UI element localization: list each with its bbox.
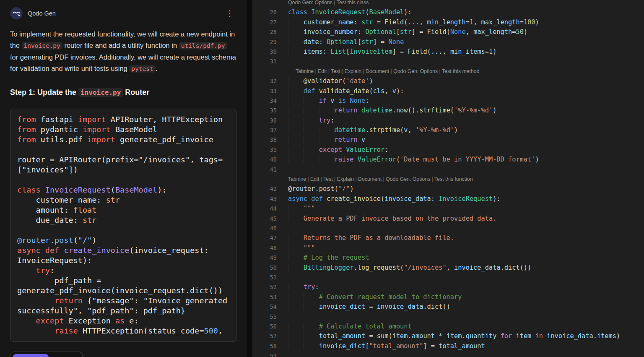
line-number: 47 xyxy=(252,233,277,243)
code-line[interactable] xyxy=(277,224,288,233)
editor-line[interactable]: 44 """ xyxy=(252,204,644,214)
chat-code-line: from fastapi import APIRouter, HTTPExcep… xyxy=(17,115,229,125)
codelens-link[interactable]: Qodo Gen: Options xyxy=(288,0,332,5)
editor-line[interactable]: 51 xyxy=(252,273,644,282)
editor-line[interactable]: 29 date: Optional[str] = None xyxy=(252,37,644,47)
editor-line[interactable]: 41 xyxy=(252,165,644,175)
code-line[interactable]: """ xyxy=(277,204,315,214)
code-line[interactable]: """ xyxy=(277,243,315,253)
codelens-link[interactable]: Test this class xyxy=(337,0,369,5)
editor-line[interactable]: 33 def validate_date(cls, v): xyxy=(252,86,644,96)
editor-line[interactable]: 36 try: xyxy=(252,116,644,125)
editor-line[interactable]: 46 xyxy=(252,224,644,233)
codelens-link[interactable]: Edit xyxy=(318,68,327,74)
code-line[interactable]: try: xyxy=(277,116,335,125)
editor-line[interactable]: 26class InvoiceRequest(BaseModel): xyxy=(252,8,644,17)
codelens-link[interactable]: Test xyxy=(323,176,333,182)
panel-divider[interactable] xyxy=(247,0,252,357)
editor-line[interactable]: 50 BillingLogger.log_request("/invoices"… xyxy=(252,263,644,273)
code-line[interactable]: invoice_dict = invoice_data.dict() xyxy=(277,302,450,312)
code-line[interactable]: customer_name: str = Field(..., min_leng… xyxy=(277,18,539,27)
editor-line[interactable]: 47 Returns the PDF as a downloadable fil… xyxy=(252,233,644,243)
editor-line[interactable]: 32 @validator('date') xyxy=(252,76,644,86)
mode-tab-standard[interactable]: Standard xyxy=(13,354,49,357)
editor-line[interactable]: 57 total_amount = sum(item.amount * item… xyxy=(252,331,644,341)
editor-line[interactable]: 39 except ValueError: xyxy=(252,145,644,155)
editor-line[interactable]: 48 """ xyxy=(252,243,644,253)
code-line[interactable]: date: Optional[str] = None xyxy=(277,37,404,47)
codelens-link[interactable]: Test this method xyxy=(442,68,480,74)
editor-line[interactable]: 30 items: List[InvoiceItem] = Field(...,… xyxy=(252,47,644,57)
code-line[interactable]: return v xyxy=(277,135,365,145)
code-line[interactable]: @validator('date') xyxy=(277,76,373,86)
codelens-link[interactable]: Explain xyxy=(337,176,354,182)
editor-line[interactable]: 58 invoice_dict["total_amount"] = total_… xyxy=(252,341,644,351)
code-line[interactable]: class InvoiceRequest(BaseModel): xyxy=(277,8,412,17)
code-line[interactable]: total_amount = sum(item.amount * item.qu… xyxy=(277,331,620,341)
code-line[interactable]: Generate a PDF invoice based on the prov… xyxy=(277,214,496,224)
code-line[interactable]: async def create_invoice(invoice_data: I… xyxy=(277,194,501,204)
code-line[interactable]: # Convert request model to dictionary xyxy=(277,292,462,302)
codelens-link[interactable]: Edit xyxy=(310,176,319,182)
editor-line[interactable]: 40 raise ValueError('Date must be in YYY… xyxy=(252,155,644,164)
editor-line[interactable]: 42@router.post("/") xyxy=(252,184,644,194)
code-line[interactable]: raise ValueError('Date must be in YYYY-M… xyxy=(277,155,539,164)
code-line[interactable]: Returns the PDF as a downloadable file. xyxy=(277,233,454,243)
editor-line[interactable]: 35 return datetime.now().strftime('%Y-%m… xyxy=(252,106,644,115)
editor-line[interactable]: 28 invoice_number: Optional[str] = Field… xyxy=(252,27,644,37)
editor-line[interactable]: 38 return v xyxy=(252,135,644,145)
code-token: total_amount xyxy=(439,342,485,350)
codelens-link[interactable]: Qodo Gen: Options xyxy=(393,68,438,74)
code-line[interactable]: items: List[InvoiceItem] = Field(..., mi… xyxy=(277,47,496,57)
code-line[interactable]: datetime.strptime(v, '%Y-%m-%d') xyxy=(277,125,458,135)
code-line[interactable]: def validate_date(cls, v): xyxy=(277,86,404,96)
code-line[interactable]: # Log the request xyxy=(277,253,369,263)
code-token: str xyxy=(361,18,373,26)
editor-line[interactable]: 49 # Log the request xyxy=(252,253,644,263)
editor-line[interactable]: 54 invoice_dict = invoice_data.dict() xyxy=(252,302,644,312)
code-line[interactable]: return datetime.now().strftime('%Y-%m-%d… xyxy=(277,106,496,115)
code-line[interactable]: invoice_dict["total_amount"] = total_amo… xyxy=(277,341,485,351)
code-line[interactable]: if v is None: xyxy=(277,96,369,106)
codelens-link[interactable]: Document xyxy=(366,68,389,74)
codelens-link[interactable]: Tabnine xyxy=(288,176,306,182)
code-line[interactable]: invoice_number: Optional[str] = Field(No… xyxy=(277,27,527,37)
editor-line[interactable]: 37 datetime.strptime(v, '%Y-%m-%d') xyxy=(252,125,644,135)
codelens-link[interactable]: Explain xyxy=(345,68,361,74)
code-line[interactable]: @router.post("/") xyxy=(277,184,354,194)
code-token: ( xyxy=(111,185,115,194)
code-token: dict xyxy=(504,264,520,271)
code-line[interactable] xyxy=(277,57,288,66)
kebab-menu-icon[interactable]: ⋮ xyxy=(223,8,236,18)
editor-line[interactable]: 43async def create_invoice(invoice_data:… xyxy=(252,194,644,204)
code-line[interactable] xyxy=(277,165,288,175)
code-line[interactable] xyxy=(277,312,288,322)
mode-tab-agent[interactable]: Agent xyxy=(52,354,80,357)
codelens-link[interactable]: Test xyxy=(331,68,340,74)
mode-switcher: StandardAgent xyxy=(10,352,83,357)
code-line[interactable]: except ValueError: xyxy=(277,145,388,155)
code-line[interactable]: # Calculate total amount xyxy=(277,322,412,331)
line-number: 58 xyxy=(252,341,277,351)
codelens-link[interactable]: Qodo Gen: Options xyxy=(386,176,430,182)
editor-line[interactable]: 53 # Convert request model to dictionary xyxy=(252,292,644,302)
editor-line[interactable]: 31 xyxy=(252,57,644,66)
editor-line[interactable]: 59 xyxy=(252,351,644,357)
editor-line[interactable]: 52 try: xyxy=(252,282,644,292)
codelens-link[interactable]: Tabnine xyxy=(296,68,314,74)
editor-line[interactable]: 56 # Calculate total amount xyxy=(252,322,644,331)
editor-line[interactable]: 34 if v is None: xyxy=(252,96,644,106)
line-number: 44 xyxy=(252,204,277,214)
editor-line[interactable]: 45 Generate a PDF invoice based on the p… xyxy=(252,214,644,224)
code-line[interactable] xyxy=(277,273,288,282)
codelens-link[interactable]: Test this function xyxy=(434,176,473,182)
chat-code-line: class InvoiceRequest(BaseModel): xyxy=(17,185,229,195)
code-line[interactable]: try: xyxy=(277,282,319,292)
code-token: None xyxy=(389,38,404,46)
editor-line[interactable]: 55 xyxy=(252,312,644,322)
codelens-link[interactable]: Document xyxy=(358,176,382,182)
line-number: 40 xyxy=(252,155,277,164)
editor-line[interactable]: 27 customer_name: str = Field(..., min_l… xyxy=(252,18,644,27)
code-line[interactable]: BillingLogger.log_request("/invoices", i… xyxy=(277,263,531,273)
code-line[interactable] xyxy=(277,351,288,357)
